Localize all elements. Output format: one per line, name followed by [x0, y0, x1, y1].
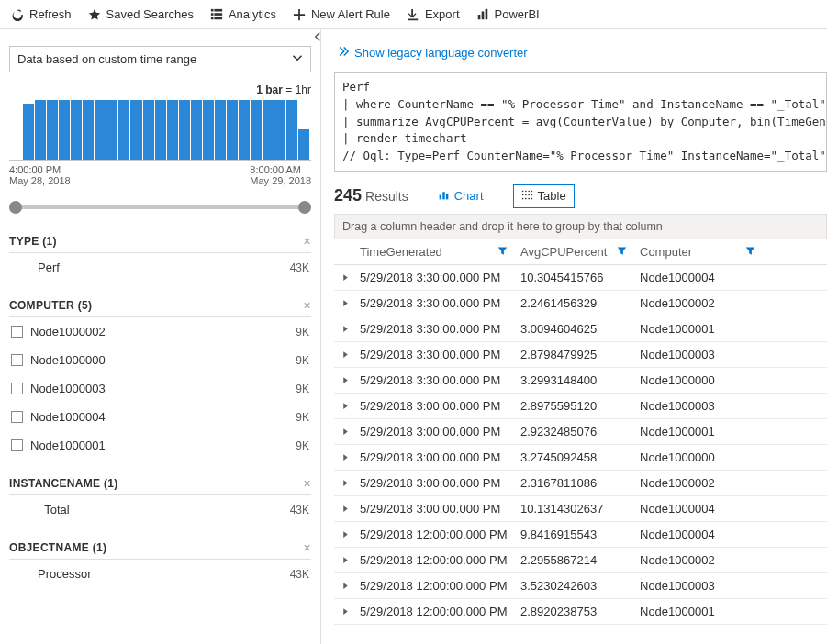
- col-avgcpupercent[interactable]: AvgCPUPercent: [517, 239, 636, 265]
- histogram-bars[interactable]: [9, 100, 311, 161]
- checkbox[interactable]: [11, 354, 23, 366]
- powerbi-label: PowerBI: [495, 7, 540, 21]
- table-row[interactable]: 5/29/2018 3:00:00.000 PM2.9232485076Node…: [334, 418, 827, 444]
- histogram-bar[interactable]: [71, 100, 82, 160]
- powerbi-button[interactable]: PowerBI: [476, 7, 540, 21]
- view-table-tab[interactable]: Table: [513, 184, 575, 208]
- col-avgcpupercent-label: AvgCPUPercent: [520, 245, 607, 259]
- histogram-bar[interactable]: [35, 100, 46, 160]
- facet-item[interactable]: Node10000029K: [9, 317, 311, 346]
- histogram-bar[interactable]: [179, 100, 190, 160]
- histogram-bar[interactable]: [59, 100, 70, 160]
- checkbox[interactable]: [11, 326, 23, 338]
- histogram-bar[interactable]: [227, 100, 238, 160]
- filter-icon[interactable]: [617, 246, 627, 256]
- analytics-button[interactable]: Analytics: [210, 7, 276, 21]
- table-row[interactable]: 5/29/2018 3:00:00.000 PM3.2745092458Node…: [334, 444, 827, 470]
- histogram-bar[interactable]: [106, 100, 117, 160]
- expand-row-button[interactable]: [334, 547, 356, 572]
- histogram-bar[interactable]: [263, 100, 274, 160]
- facet-close-button[interactable]: ×: [304, 234, 311, 249]
- facet-close-button[interactable]: ×: [304, 298, 311, 313]
- expand-row-button[interactable]: [334, 495, 356, 521]
- col-timegenerated[interactable]: TimeGenerated: [356, 239, 517, 265]
- time-range-slider[interactable]: [9, 197, 311, 217]
- col-computer[interactable]: Computer: [636, 239, 765, 265]
- table-row[interactable]: 5/29/2018 3:30:00.000 PM3.0094604625Node…: [334, 316, 827, 341]
- facet-item[interactable]: Perf43K: [9, 253, 311, 282]
- expand-row-button[interactable]: [334, 290, 356, 316]
- histogram-bar[interactable]: [47, 100, 58, 160]
- table-row[interactable]: 5/29/2018 3:30:00.000 PM3.2993148400Node…: [334, 367, 827, 393]
- table-row[interactable]: 5/29/2018 12:00:00.000 PM3.5230242603Nod…: [334, 572, 827, 598]
- histogram-bar[interactable]: [130, 100, 141, 160]
- histogram-bar[interactable]: [95, 100, 106, 160]
- expand-row-button[interactable]: [334, 418, 356, 444]
- histogram-bar[interactable]: [83, 100, 94, 160]
- table-row[interactable]: 5/29/2018 3:00:00.000 PM2.8975595120Node…: [334, 393, 827, 418]
- checkbox[interactable]: [11, 411, 23, 423]
- histogram-bar[interactable]: [274, 100, 285, 160]
- facet-item[interactable]: Node10000039K: [9, 374, 311, 403]
- facet-item[interactable]: Node10000009K: [9, 346, 311, 374]
- new-alert-button[interactable]: New Alert Rule: [293, 7, 390, 21]
- checkbox[interactable]: [11, 383, 23, 394]
- histogram-bar[interactable]: [191, 100, 202, 160]
- filter-icon[interactable]: [745, 246, 755, 256]
- histogram-bar[interactable]: [251, 100, 262, 160]
- table-row[interactable]: 5/29/2018 3:30:00.000 PM10.3045415766Nod…: [334, 264, 827, 290]
- query-editor[interactable]: Perf | where CounterName == "% Processor…: [334, 72, 827, 172]
- slider-thumb-end[interactable]: [298, 201, 311, 214]
- table-row[interactable]: 5/29/2018 12:00:00.000 PM9.8416915543Nod…: [334, 521, 827, 547]
- histogram-bar[interactable]: [215, 100, 226, 160]
- histogram-bar[interactable]: [167, 100, 178, 160]
- table-row[interactable]: 5/29/2018 3:30:00.000 PM2.2461456329Node…: [334, 290, 827, 316]
- table-row[interactable]: 5/29/2018 3:00:00.000 PM2.3167811086Node…: [334, 470, 827, 495]
- view-chart-tab[interactable]: Chart: [430, 185, 491, 207]
- cell-avgcpupercent: 2.8920238753: [517, 598, 636, 624]
- histogram-bar[interactable]: [286, 100, 297, 160]
- cell-computer: Node1000003: [636, 341, 765, 367]
- cell-spacer: [765, 521, 827, 547]
- expand-row-button[interactable]: [334, 598, 356, 624]
- sidebar-collapse-button[interactable]: [312, 31, 323, 45]
- expand-row-button[interactable]: [334, 367, 356, 393]
- facet-item[interactable]: _Total43K: [9, 495, 311, 524]
- histogram-bar[interactable]: [23, 104, 34, 160]
- saved-searches-button[interactable]: Saved Searches: [88, 7, 194, 21]
- histogram-bar[interactable]: [298, 129, 309, 160]
- legacy-converter-link[interactable]: Show legacy language converter: [334, 39, 827, 72]
- checkbox[interactable]: [11, 439, 23, 451]
- expand-row-button[interactable]: [334, 572, 356, 598]
- view-table-label: Table: [538, 189, 566, 203]
- histogram-bar[interactable]: [155, 100, 166, 160]
- facet-title: INSTANCENAME (1): [9, 477, 118, 490]
- histogram-bar[interactable]: [239, 100, 250, 160]
- expand-row-button[interactable]: [334, 341, 356, 367]
- facet-close-button[interactable]: ×: [304, 476, 311, 491]
- time-range-select[interactable]: Data based on custom time range: [9, 46, 311, 72]
- facet-item[interactable]: Node10000049K: [9, 403, 311, 431]
- facet-item[interactable]: Node10000019K: [9, 431, 311, 460]
- group-by-hint[interactable]: Drag a column header and drop it here to…: [334, 214, 827, 239]
- expand-row-button[interactable]: [334, 264, 356, 290]
- expand-row-button[interactable]: [334, 444, 356, 470]
- table-row[interactable]: 5/29/2018 12:00:00.000 PM2.8920238753Nod…: [334, 598, 827, 624]
- table-row[interactable]: 5/29/2018 3:30:00.000 PM2.8798479925Node…: [334, 341, 827, 367]
- expand-row-button[interactable]: [334, 470, 356, 495]
- refresh-button[interactable]: Refresh: [11, 7, 72, 21]
- expand-row-button[interactable]: [334, 316, 356, 341]
- histogram-bar[interactable]: [118, 100, 129, 160]
- facet-close-button[interactable]: ×: [304, 540, 311, 555]
- table-row[interactable]: 5/29/2018 3:00:00.000 PM10.1314302637Nod…: [334, 495, 827, 521]
- slider-thumb-start[interactable]: [9, 201, 22, 214]
- facet-item[interactable]: Processor43K: [9, 560, 311, 588]
- export-button[interactable]: Export: [407, 7, 460, 21]
- histogram-bar[interactable]: [143, 100, 154, 160]
- filter-icon[interactable]: [497, 246, 508, 256]
- expand-row-button[interactable]: [334, 521, 356, 547]
- histogram-bar[interactable]: [203, 100, 214, 160]
- svg-rect-0: [211, 8, 214, 11]
- table-row[interactable]: 5/29/2018 12:00:00.000 PM2.2955867214Nod…: [334, 547, 827, 572]
- expand-row-button[interactable]: [334, 393, 356, 418]
